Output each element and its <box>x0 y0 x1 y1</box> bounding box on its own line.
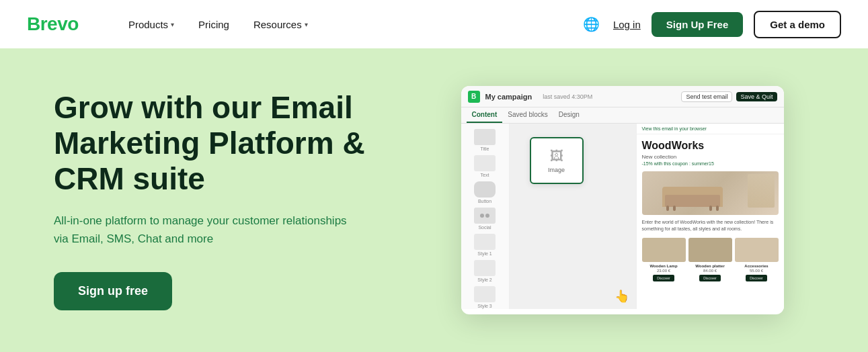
mockup-product-platter: Wooden platter 84.00 € Discover <box>688 238 732 281</box>
sidebar-item-style3[interactable]: Style 3 <box>464 286 506 308</box>
chevron-down-icon: ▾ <box>171 21 174 28</box>
nav-resources[interactable]: Resources ▾ <box>244 13 317 36</box>
brand-logo[interactable]: Brevo <box>27 13 79 35</box>
mockup-topbar-right: Send test email Save & Quit <box>681 91 777 102</box>
mockup-desc-text: Enter the world of WoodWorks with the ne… <box>642 219 779 232</box>
image-placeholder-icon: 🖼 <box>550 148 563 164</box>
sidebar-item-style2[interactable]: Style 2 <box>464 260 506 282</box>
signup-hero-button[interactable]: Sign up free <box>54 272 172 310</box>
mockup-send-test-button[interactable]: Send test email <box>681 91 732 102</box>
mockup-body: Title Text Button <box>461 124 784 309</box>
mockup-tab-saved-blocks[interactable]: Saved blocks <box>502 107 553 123</box>
mockup-brand-name: WoodWorks <box>642 140 779 152</box>
language-icon[interactable]: 🌐 <box>581 13 602 35</box>
demo-button[interactable]: Get a demo <box>754 11 841 38</box>
hero-right: B My campaign last saved 4:30PM Send tes… <box>430 86 814 314</box>
hero-subtitle: All-in-one platform to manage your custo… <box>54 212 350 248</box>
mockup-product-lamp: Wooden Lamp 23.00 € Discover <box>642 238 686 281</box>
mockup-products: Wooden Lamp 23.00 € Discover Wooden plat… <box>642 238 779 281</box>
hero-section: Grow with our Email Marketing Platform &… <box>0 48 868 352</box>
mockup-save-quit-button[interactable]: Save & Quit <box>736 92 777 101</box>
product-lamp-image <box>642 238 686 262</box>
mockup-logo: B <box>468 91 480 103</box>
product-platter-discover[interactable]: Discover <box>699 275 720 281</box>
navbar: Brevo Products ▾ Pricing Resources ▾ 🌐 L… <box>0 0 868 48</box>
sidebar-item-text[interactable]: Text <box>464 155 506 177</box>
mockup-saved-text: last saved 4:30PM <box>543 93 592 100</box>
mockup-coupon-text: -15% with this coupon : summer15 <box>642 161 779 166</box>
email-preview-content: WoodWorks New collection -15% with this … <box>637 134 784 287</box>
mockup-product-accessories: Accessories 55.00 € Discover <box>735 238 779 281</box>
login-link[interactable]: Log in <box>613 19 641 30</box>
hero-title: Grow with our Email Marketing Platform &… <box>54 90 430 197</box>
product-accessories-discover[interactable]: Discover <box>746 275 766 281</box>
mockup-topbar: B My campaign last saved 4:30PM Send tes… <box>461 86 784 107</box>
mockup-image-block[interactable]: 🖼 Image <box>530 137 584 184</box>
mockup-furniture-image <box>642 171 779 215</box>
sidebar-item-style1[interactable]: Style 1 <box>464 234 506 256</box>
product-lamp-discover[interactable]: Discover <box>653 275 674 281</box>
mockup-tab-content[interactable]: Content <box>467 107 503 123</box>
signup-nav-button[interactable]: Sign Up Free <box>652 12 744 37</box>
chevron-down-icon: ▾ <box>305 21 308 28</box>
mockup-tab-design[interactable]: Design <box>553 107 585 123</box>
product-accessories-image <box>735 238 779 262</box>
cursor-icon: 👆 <box>615 289 629 304</box>
product-platter-image <box>688 238 732 262</box>
mockup-tabs: Content Saved blocks Design <box>461 107 784 124</box>
mockup-canvas: 🖼 Image 👆 <box>510 124 636 309</box>
nav-products[interactable]: Products ▾ <box>119 13 184 36</box>
mockup-email-preview: View this email in your browser WoodWork… <box>636 124 784 309</box>
mockup-sidebar: Title Text Button <box>461 124 510 309</box>
app-mockup: B My campaign last saved 4:30PM Send tes… <box>461 86 784 314</box>
nav-right: 🌐 Log in Sign Up Free Get a demo <box>581 11 841 38</box>
hero-left: Grow with our Email Marketing Platform &… <box>54 90 430 310</box>
mockup-campaign-title: My campaign <box>485 93 532 101</box>
sidebar-item-button[interactable]: Button <box>464 181 506 204</box>
sidebar-item-title[interactable]: Title <box>464 129 506 151</box>
nav-links: Products ▾ Pricing Resources ▾ <box>119 13 581 36</box>
nav-pricing[interactable]: Pricing <box>189 13 239 36</box>
mockup-collection-text: New collection <box>642 154 779 160</box>
sidebar-item-social[interactable]: Social <box>464 208 506 230</box>
mockup-view-link[interactable]: View this email in your browser <box>637 124 784 134</box>
